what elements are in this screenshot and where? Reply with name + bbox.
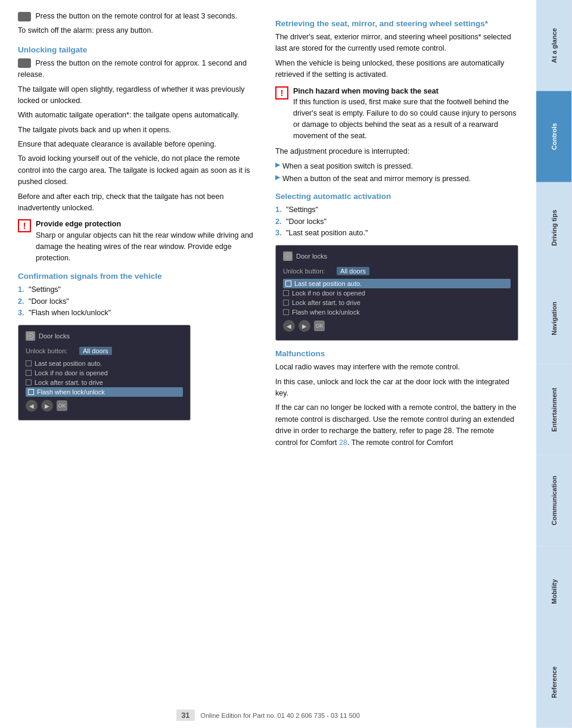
screen-title-bar-right: Door locks (283, 251, 511, 261)
screen-option-row: Flash when lock/unlock (283, 307, 511, 317)
unlocking-para6: To avoid locking yourself out of the veh… (18, 153, 261, 188)
screen-option-row: Last seat position auto. (26, 359, 183, 368)
unlocking-para2: The tailgate will open slightly, regardl… (18, 84, 261, 107)
list-item: 1. "Settings" (18, 284, 261, 295)
warning-icon-pinch: ! (275, 86, 288, 99)
list-item: 3. "Flash when lock/unlock" (18, 307, 261, 319)
sidebar-tab-at-a-glance[interactable]: At a glance (536, 0, 572, 91)
screen-title-icon-right (283, 251, 293, 261)
screen-nav-row: ◀ ▶ OK (26, 400, 183, 412)
confirmation-list: 1. "Settings" 2. "Door locks" 3. "Flash … (18, 284, 261, 319)
screen-nav-row-right: ◀ ▶ OK (283, 320, 511, 332)
screen-row-unlock-right: Unlock button: All doors (283, 266, 511, 276)
unlocking-para5: Ensure that adequate clearance is availa… (18, 139, 261, 150)
right-column: Retrieving the seat, mirror, and steerin… (275, 11, 518, 452)
screen-option-row: Lock if no door is opened (26, 368, 183, 378)
screen-mockup-right: Door locks Unlock button: All doors Last… (275, 245, 518, 341)
malfunctions-para2: In this case, unlock and lock the car at… (275, 377, 518, 400)
unlocking-para7: Before and after each trip, check that t… (18, 191, 261, 214)
screen-row-unlock: Unlock button: All doors (26, 346, 183, 356)
confirm-btn-right: OK (314, 321, 325, 331)
screen-checkbox (283, 309, 289, 315)
screen-title-icon (26, 331, 35, 341)
remote-icon2 (18, 58, 31, 68)
retrieving-para2: When the vehicle is being unlocked, thes… (275, 58, 518, 81)
retrieving-para1: The driver's seat, exterior mirror, and … (275, 32, 518, 55)
arrow-item-2: ▶ When a button of the seat and mirror m… (275, 173, 518, 185)
sidebar-tab-driving-tips[interactable]: Driving tips (536, 182, 572, 273)
unlocking-para4: The tailgate pivots back and up when it … (18, 125, 261, 136)
main-content: Press the button on the remote control f… (0, 0, 536, 728)
unlocking-tailgate-heading: Unlocking tailgate (18, 45, 261, 54)
nav-btn-right: ▶ (41, 400, 53, 412)
screen-checkbox (285, 281, 291, 287)
confirmation-signals-heading: Confirmation signals from the vehicle (18, 272, 261, 281)
screen-mockup-left: Door locks Unlock button: All doors Last… (18, 325, 191, 421)
screen-title-text-right: Door locks (296, 253, 327, 260)
nav-btn-right-right: ▶ (299, 320, 310, 332)
page-number: 31 (176, 710, 194, 721)
screen-title-bar: Door locks (26, 331, 183, 341)
list-item: 1. "Settings" (275, 204, 518, 216)
list-item: 3. "Last seat position auto." (275, 228, 518, 239)
malfunctions-section: Malfunctions Local radio waves may inter… (275, 349, 518, 449)
page-ref-link[interactable]: 28 (339, 438, 347, 447)
remote-icon (18, 12, 31, 21)
svg-point-3 (287, 255, 289, 257)
confirmation-signals-section: Confirmation signals from the vehicle 1.… (18, 272, 261, 421)
screen-checkbox (283, 300, 289, 306)
confirm-btn: OK (57, 400, 67, 411)
sidebar-tab-navigation[interactable]: Navigation (536, 273, 572, 364)
screen-options-right: Last seat position auto. Lock if no door… (283, 279, 511, 317)
intro-para2: To switch off the alarm: press any butto… (18, 25, 261, 36)
screen-option-row: Lock if no door is opened (283, 288, 511, 298)
screen-checkbox (26, 379, 32, 385)
nav-btn-left: ◀ (26, 400, 38, 412)
screen-option-row-highlighted: Last seat position auto. (283, 279, 511, 288)
sidebar-tab-reference[interactable]: Reference (536, 637, 572, 728)
sidebar-tab-mobility[interactable]: Mobility (536, 546, 572, 637)
intro-para1: Press the button on the remote control f… (18, 11, 261, 22)
sidebar: At a glance Controls Driving tips Naviga… (536, 0, 572, 728)
list-item: 2. "Door locks" (275, 216, 518, 228)
screen-option-row: Lock after start. to drive (26, 378, 183, 387)
screen-option-row: Lock after start. to drive (283, 298, 511, 307)
screen-checkbox (28, 389, 34, 395)
interrupted-heading: The adjustment procedure is interrupted: (275, 146, 518, 157)
screen-checkbox (26, 370, 32, 376)
footer-text: Online Edition for Part no. 01 40 2 606 … (201, 712, 360, 719)
warning-box-edge: ! Provide edge protection Sharp or angul… (18, 219, 261, 263)
warning-text-pinch: Pinch hazard when moving back the seat I… (293, 86, 518, 142)
screen-checkbox (26, 360, 32, 366)
retrieving-settings-section: Retrieving the seat, mirror, and steerin… (275, 19, 518, 341)
selecting-auto-heading: Selecting automatic activation (275, 192, 518, 201)
page-footer: 31 Online Edition for Part no. 01 40 2 6… (0, 710, 536, 721)
nav-btn-left-right: ◀ (283, 320, 295, 332)
screen-options-left: Last seat position auto. Lock if no door… (26, 359, 183, 397)
sidebar-tab-entertainment[interactable]: Entertainment (536, 364, 572, 455)
malfunctions-para3: If the car can no longer be locked with … (275, 402, 518, 449)
right-arrow-icon2: ▶ (275, 173, 280, 181)
intro-section: Press the button on the remote control f… (18, 11, 261, 37)
retrieving-settings-heading: Retrieving the seat, mirror, and steerin… (275, 19, 518, 28)
selecting-auto-list: 1. "Settings" 2. "Door locks" 3. "Last s… (275, 204, 518, 239)
right-arrow-icon: ▶ (275, 161, 280, 169)
warning-text-edge: Provide edge protection Sharp or angular… (36, 219, 261, 263)
unlocking-para3: With automatic tailgate operation*: the … (18, 110, 261, 121)
warning-icon-edge: ! (18, 219, 31, 232)
svg-point-1 (29, 335, 32, 337)
sidebar-tab-communication[interactable]: Communication (536, 455, 572, 546)
screen-option-row-highlighted: Flash when lock/unlock (26, 387, 183, 397)
malfunctions-heading: Malfunctions (275, 349, 518, 358)
left-column: Press the button on the remote control f… (18, 11, 261, 452)
screen-checkbox (283, 290, 289, 296)
warning-box-pinch: ! Pinch hazard when moving back the seat… (275, 86, 518, 142)
malfunctions-para1: Local radio waves may interfere with the… (275, 362, 518, 373)
screen-title-text: Door locks (39, 332, 70, 340)
arrow-item-1: ▶ When a seat position switch is pressed… (275, 161, 518, 172)
list-item: 2. "Door locks" (18, 296, 261, 307)
unlocking-tailgate-section: Unlocking tailgate Press the button on t… (18, 45, 261, 264)
unlocking-para1: Press the button on the remote control f… (18, 58, 261, 81)
sidebar-tab-controls[interactable]: Controls (536, 91, 572, 182)
